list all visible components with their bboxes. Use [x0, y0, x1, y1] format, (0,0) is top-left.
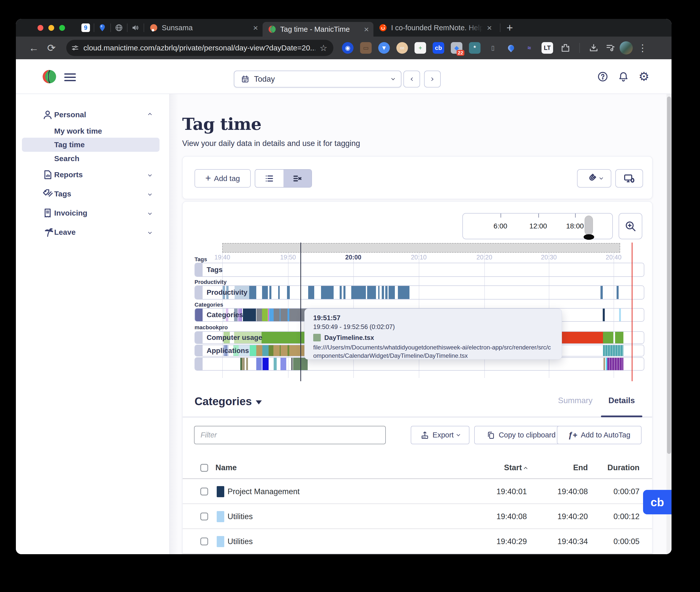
tab-summary[interactable]: Summary	[558, 396, 593, 405]
note-add-icon[interactable]: +	[415, 42, 426, 54]
timeline-bar[interactable]	[256, 358, 261, 370]
timeline-bar[interactable]	[274, 309, 280, 321]
sidebar-item-reports[interactable]: Reports	[16, 165, 169, 184]
filter-input[interactable]	[194, 426, 386, 444]
timeline-bar[interactable]	[385, 286, 387, 299]
timeline-bar[interactable]	[257, 309, 262, 321]
timeline-bar[interactable]	[291, 358, 292, 370]
coinbase-widget-badge[interactable]: cb	[643, 490, 671, 514]
sidebar-item-search[interactable]: Search	[16, 152, 169, 165]
timeline-bar[interactable]	[280, 309, 287, 321]
close-window-button[interactable]	[38, 25, 43, 31]
back-icon[interactable]: ←	[26, 42, 42, 54]
timeline-bar[interactable]	[269, 309, 274, 321]
globe-pinned-icon[interactable]	[111, 24, 127, 32]
sidebar-item-my-work-time[interactable]: My work time	[16, 124, 169, 138]
select-all-checkbox[interactable]	[200, 456, 208, 479]
row-checkbox[interactable]	[200, 504, 208, 529]
add-tag-button[interactable]: + Add tag	[195, 169, 251, 188]
speaker-pinned-icon[interactable]	[127, 24, 144, 32]
slider-handle-knob[interactable]	[584, 234, 594, 240]
site-settings-icon[interactable]	[71, 44, 79, 52]
timeline-bar[interactable]	[378, 286, 379, 299]
timeline-selection-band[interactable]	[222, 243, 620, 253]
sidebar-item-invoicing[interactable]: Invoicing	[16, 203, 169, 223]
address-bar[interactable]: cloud.manictime.com/azbrlq/private/perso…	[66, 40, 333, 56]
timeline-bar[interactable]	[603, 358, 605, 370]
dropdown-circle-icon[interactable]: ▼	[378, 42, 390, 54]
settings-gear-icon[interactable]: ⚙	[639, 70, 649, 83]
timeline-bar[interactable]	[287, 286, 290, 299]
timeline-bar[interactable]	[241, 358, 245, 370]
autotag-magnet-button[interactable]	[577, 169, 611, 188]
manictime-logo[interactable]	[42, 69, 57, 84]
zoom-in-button[interactable]	[618, 213, 642, 239]
previous-day-button[interactable]	[403, 70, 420, 88]
table-row[interactable]: Utilities19:40:2919:40:340:00:05	[183, 529, 652, 554]
timeline-bar[interactable]	[250, 345, 256, 356]
timeline-bar[interactable]	[262, 309, 268, 321]
list-view-button[interactable]	[255, 170, 283, 187]
timeline-bar[interactable]	[246, 358, 248, 370]
add-to-autotag-button[interactable]: ƒ+ Add to AutoTag	[557, 426, 642, 444]
pin-ext-icon[interactable]	[505, 42, 517, 54]
time-range-slider[interactable]: 6:0012:0018:00	[463, 213, 613, 239]
media-controls-icon[interactable]	[603, 43, 617, 53]
avatar-ext-icon[interactable]: ∞	[396, 42, 408, 54]
reload-icon[interactable]: ⟳	[44, 42, 59, 54]
timeline-bar[interactable]	[287, 309, 289, 321]
page-scrollbar[interactable]	[666, 94, 671, 554]
row-checkbox[interactable]	[200, 529, 208, 554]
slider-handle[interactable]	[585, 215, 593, 235]
table-row[interactable]: Utilities19:40:0819:40:200:00:12	[183, 504, 652, 529]
coinbase-icon[interactable]: cb	[433, 42, 444, 54]
date-picker-button[interactable]: Today	[234, 70, 401, 88]
sidebar-item-tag-time[interactable]: Tag time	[22, 138, 160, 152]
copy-to-clipboard-button[interactable]: Copy to clipboard	[474, 426, 568, 444]
timeline-bar[interactable]	[382, 286, 384, 299]
scrollbar-thumb[interactable]	[667, 97, 671, 454]
timeline-bar[interactable]	[269, 286, 271, 299]
details-source-dropdown[interactable]: Categories	[195, 393, 262, 409]
untagged-view-button[interactable]	[283, 170, 312, 187]
timeline-bar[interactable]	[343, 286, 345, 299]
tab-manictime[interactable]: Tag time - ManicTime ×	[263, 22, 373, 37]
timeline-bar[interactable]	[351, 286, 366, 299]
timeline-bar[interactable]	[603, 309, 605, 321]
timeline-bar[interactable]	[280, 358, 286, 370]
column-start[interactable]: Start	[504, 456, 527, 479]
gcal-pinned-icon[interactable]: 9	[77, 23, 94, 32]
export-button[interactable]: Export	[411, 426, 470, 444]
onepassword-icon[interactable]: ◉	[342, 42, 354, 54]
timeline-bar[interactable]	[263, 358, 269, 370]
minimize-window-button[interactable]	[48, 25, 54, 31]
timeline-bar[interactable]	[367, 286, 376, 299]
timeline-bar[interactable]	[262, 286, 268, 299]
calendar-badge-icon[interactable]: ◆22	[451, 42, 463, 54]
tab-remnote-reddit[interactable]: I co-founded RemNote. Help ×	[373, 19, 496, 37]
profile-avatar[interactable]	[620, 41, 633, 54]
timeline-bar[interactable]	[398, 286, 410, 299]
timeline-bar[interactable]	[603, 345, 624, 356]
timeline-track-tags[interactable]: Tags	[195, 263, 644, 277]
phone-icon[interactable]: ▯	[487, 42, 499, 54]
grid-star-icon[interactable]: *	[469, 42, 481, 54]
column-name[interactable]: Name	[215, 456, 236, 479]
sidebar-item-tags[interactable]: Tags	[16, 184, 169, 203]
timeline-bar[interactable]	[388, 286, 395, 299]
new-tab-button[interactable]: +	[504, 22, 516, 33]
column-end[interactable]: End	[573, 456, 588, 479]
languagetool-icon[interactable]: LT	[541, 42, 553, 54]
row-checkbox[interactable]	[200, 479, 208, 504]
timeline-bar[interactable]	[243, 309, 256, 321]
timeline-bar[interactable]	[619, 309, 621, 321]
sidebar-item-personal[interactable]: Personal	[16, 105, 169, 124]
close-tab-icon[interactable]: ×	[364, 25, 369, 34]
timeline-bar[interactable]	[274, 358, 277, 370]
close-tab-icon[interactable]: ×	[487, 23, 492, 32]
waveform-icon[interactable]: ≈	[523, 42, 535, 54]
timeline-bar[interactable]	[308, 286, 314, 299]
column-duration[interactable]: Duration	[607, 456, 640, 479]
sidebar-item-leave[interactable]: Leave	[16, 223, 169, 242]
menu-hamburger-icon[interactable]	[64, 71, 76, 83]
